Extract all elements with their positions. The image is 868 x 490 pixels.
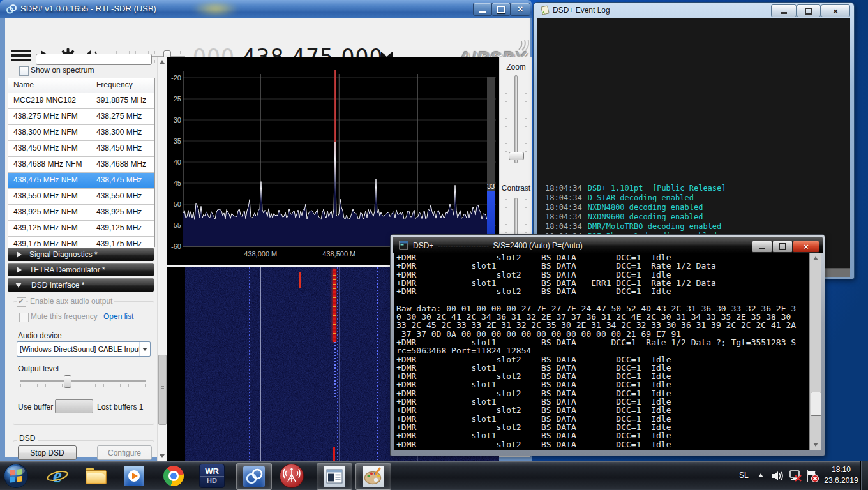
tray-hidden-icons-icon[interactable] [758, 473, 763, 477]
cell-frequency: 391,8875 MHz [91, 93, 153, 108]
taskbar-media-player[interactable] [123, 465, 146, 487]
minimize-button[interactable] [473, 3, 492, 16]
dsd-console-window: DSD+ -------------------- S/S=2400 (Auto… [391, 235, 825, 456]
maximize-button[interactable] [797, 4, 821, 17]
column-header-name[interactable]: Name [8, 78, 91, 93]
y-axis-label: -45 [167, 179, 181, 187]
configure-button[interactable]: Configure [97, 445, 152, 460]
cell-name: 438,925 MHz NFM [8, 205, 91, 220]
minimize-button[interactable] [752, 241, 772, 253]
console-line: rc=5063468 Port=11824 12854 [396, 346, 809, 355]
waterfall-streak [337, 267, 338, 461]
show-desktop-button[interactable] [860, 461, 868, 490]
show-on-spectrum-checkbox[interactable] [19, 66, 29, 76]
waterfall-streak [334, 342, 336, 398]
table-row[interactable]: 438,925 MHz NFM438,925 MHz [8, 205, 154, 221]
cell-frequency: 438,925 MHz [91, 205, 153, 220]
console-line: +DMR slot1 BS DATA ERR1 DCC=1 Rate 1/2 D… [396, 279, 809, 287]
console-line [396, 295, 809, 304]
output-level-thumb[interactable] [64, 375, 71, 388]
cell-frequency: 438,550 MHz [91, 189, 153, 204]
table-row[interactable]: 438,475 MHz NFM438,475 MHz [8, 173, 154, 189]
console-line: +DMR slot2 BS DATA DCC=1 Idle [396, 440, 809, 449]
tray-network-icon[interactable] [788, 470, 802, 482]
y-axis-label: -30 [167, 116, 181, 124]
mute-frequency-checkbox[interactable] [19, 313, 29, 322]
tray-language[interactable]: SL [739, 471, 749, 480]
dsd-console-titlebar[interactable]: DSD+ -------------------- S/S=2400 (Auto… [393, 237, 823, 253]
dsd-console-lines: +DMR slot2 BS DATA DCC=1 Idle+DMR slot1 … [396, 253, 809, 449]
console-line: +DMR slot2 BS DATA DCC=1 Idle [396, 389, 809, 397]
console-line: +DMR slot2 BS DATA DCC=1 Idle [396, 271, 809, 279]
audio-device-dropdown[interactable]: [Windows DirectSound] CABLE Input ( [17, 341, 151, 357]
cell-name: 438,550 MHz NFM [8, 189, 91, 204]
table-row[interactable]: 438,300 MHz NFM438,300 MHz [8, 125, 154, 141]
minimize-button[interactable] [771, 4, 797, 17]
taskbar-chrome[interactable] [162, 465, 185, 487]
console-line: +DMR slot2 BS DATA DCC=1 Idle [396, 253, 809, 262]
table-row[interactable]: 439,125 MHz NFM439,125 MHz [8, 221, 154, 237]
panel-scrollbar-thumb[interactable] [158, 355, 167, 425]
sdrsharp-titlebar[interactable]: SDR# v1.0.0.1655 - RTL-SDR (USB) × [0, 0, 532, 19]
cell-frequency: 438,275 MHz [91, 109, 153, 124]
waterfall-grid-line [260, 267, 261, 461]
enable-aux-audio-checkbox[interactable]: ✓ [17, 297, 26, 307]
table-row[interactable]: MCC219 MNC102391,8875 MHz [8, 93, 154, 109]
taskbar-paint-button[interactable] [355, 463, 391, 490]
group-filter-dropdown[interactable] [36, 54, 152, 65]
taskbar-windows-explorer[interactable] [84, 466, 107, 486]
maximize-button[interactable] [491, 3, 511, 16]
scroll-down-icon[interactable] [160, 454, 165, 458]
chrome-icon [163, 466, 184, 486]
console-line: +DMR slot2 BS DATA DCC=1 Idle [396, 355, 809, 364]
output-level-track[interactable] [20, 380, 146, 382]
frequency-table: Name Frequency MCC219 MNC102391,8875 MHz… [8, 78, 155, 247]
waterfall-streak [249, 267, 250, 461]
cell-name: 438,275 MHz NFM [8, 109, 91, 124]
close-button[interactable]: × [510, 3, 530, 16]
log-line: 18:04:34D-STAR decoding enabled [545, 193, 726, 203]
zoom-slider-track[interactable] [514, 75, 518, 163]
open-list-link[interactable]: Open list [103, 312, 133, 321]
panel-label: DSD Interface * [31, 281, 84, 290]
menu-icon[interactable] [11, 50, 31, 61]
folder-icon [86, 468, 107, 484]
table-row[interactable]: 438,275 MHz NFM438,275 MHz [8, 109, 154, 125]
tray-clock[interactable]: 18:10 23.6.2019 [822, 464, 860, 486]
event-log-titlebar[interactable]: DSD+ Event Log × [534, 3, 854, 18]
taskbar-sdrsharp-button[interactable] [236, 463, 272, 490]
stop-dsd-button[interactable]: Stop DSD [18, 445, 77, 460]
collapse-arrow-icon [15, 283, 22, 288]
frequency-table-header[interactable]: Name Frequency [8, 78, 154, 93]
taskbar-dsd-console-button[interactable] [317, 463, 352, 490]
tray-speaker-icon[interactable] [771, 470, 785, 482]
radio-antenna-icon [280, 464, 304, 488]
zoom-slider-thumb[interactable] [509, 152, 524, 160]
taskbar-wr-hd[interactable]: WR HD [199, 464, 225, 488]
y-axis-label: -60 [167, 242, 181, 250]
scroll-up-icon[interactable] [813, 256, 818, 260]
dsd-scrollbar-thumb[interactable] [811, 392, 821, 416]
dsd-console-scrollbar[interactable] [809, 253, 821, 450]
console-line: +DMR slot1 BS DATA DCC=1 Idle [396, 431, 809, 440]
panel-dsd-interface[interactable]: DSD Interface * [8, 278, 154, 292]
console-line: +DMR slot1 BS DATA DCC=1 Idle [396, 397, 809, 406]
table-row[interactable]: 438,450 MHz NFM438,450 MHz [8, 141, 154, 157]
panel-tetra-demodulator[interactable]: TETRA Demodulator * [8, 263, 154, 276]
column-header-frequency[interactable]: Frequency [91, 78, 153, 93]
start-button[interactable] [3, 463, 29, 489]
close-button[interactable]: × [821, 4, 850, 17]
maximize-button[interactable] [772, 241, 793, 253]
taskbar-internet-explorer[interactable]: e [46, 465, 69, 487]
scroll-down-icon[interactable] [813, 443, 818, 447]
cell-frequency: 438,4688 MHz [91, 157, 153, 172]
tray-action-center-flag-icon[interactable] [805, 469, 820, 483]
panel-signal-diagnostics[interactable]: Signal Diagnostics * [8, 248, 154, 261]
close-button[interactable]: × [793, 241, 819, 253]
use-buffer-box[interactable] [55, 399, 93, 413]
table-row[interactable]: 438,4688 MHz NFM438,4688 MHz [8, 157, 154, 173]
panel-scrollbar[interactable] [157, 57, 167, 461]
taskbar-radio-app[interactable] [279, 464, 304, 487]
scroll-up-icon[interactable] [160, 60, 165, 64]
table-row[interactable]: 438,550 MHz NFM438,550 MHz [8, 189, 154, 205]
